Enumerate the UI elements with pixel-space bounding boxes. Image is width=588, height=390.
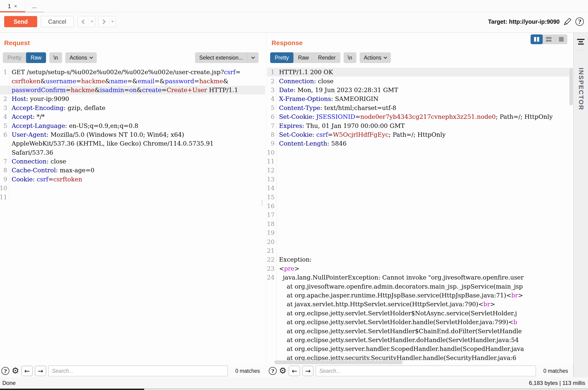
- code-line: Connection: close: [9, 158, 265, 165]
- line-number: 18: [267, 220, 277, 228]
- response-search-input[interactable]: [316, 366, 536, 376]
- line-number: 10: [267, 148, 277, 157]
- send-button[interactable]: Send: [4, 16, 37, 27]
- editor-row: 17: [267, 210, 569, 219]
- editor-row: 19: [267, 228, 569, 237]
- request-panel: Request Pretty Raw \n Actions Select ext…: [0, 33, 265, 365]
- editor-row: 11: [0, 193, 265, 201]
- back-button[interactable]: [78, 16, 95, 27]
- line-number: [0, 77, 9, 85]
- editor-row: csrftoken&username=hackme&name=&email=&p…: [0, 77, 265, 85]
- line-number: 21: [267, 246, 277, 255]
- line-number: 14: [267, 184, 277, 193]
- editor-row: AppleWebKit/537.36 (KHTML, like Gecko) C…: [0, 139, 265, 148]
- editor-row: 12: [267, 166, 569, 175]
- response-vertical-scrollbar-thumb[interactable]: [569, 68, 573, 105]
- request-tab-newline[interactable]: \n: [49, 52, 62, 63]
- response-title: Response: [271, 39, 303, 47]
- layout-columns-button[interactable]: [531, 34, 543, 44]
- tabbar-divider: [0, 12, 588, 12]
- layout-single-button[interactable]: [555, 34, 567, 44]
- response-search-bar: ? ⚙ ← → 0 matches: [267, 365, 573, 377]
- tab-1[interactable]: 1 ×: [0, 1, 25, 12]
- chevron-down-icon: [251, 55, 255, 59]
- response-tab-newline[interactable]: \n: [344, 52, 357, 63]
- editor-row: 13: [267, 175, 569, 184]
- request-editor[interactable]: 1GET /setup/setup-s/%u002e%u002e/%u002e%…: [0, 68, 265, 365]
- request-actions-button[interactable]: Actions: [65, 52, 96, 63]
- line-number: [267, 327, 277, 335]
- editor-row: 3Accept-Encoding: gzip, deflate: [0, 103, 265, 112]
- editor-row: at org.eclipse.jetty.servlet.ServletHold…: [267, 318, 569, 327]
- response-editor[interactable]: 1HTTP/1.1 200 OK2Connection: close3Date:…: [267, 68, 569, 365]
- response-horizontal-scrollbar[interactable]: [267, 360, 569, 364]
- editor-row: 9Content-Length: 5846: [267, 139, 569, 148]
- chevron-down-icon: [384, 55, 387, 59]
- response-pretty-raw-render-group: Pretty Raw Render: [270, 52, 340, 63]
- gear-icon[interactable]: ⚙: [279, 367, 286, 375]
- editor-row: 8Cache-Control: max-age=0: [0, 166, 265, 175]
- request-match-count: 0 matches: [230, 368, 265, 374]
- response-actions-button[interactable]: Actions: [360, 52, 391, 63]
- back-dropdown-button[interactable]: [89, 21, 95, 23]
- request-tab-pretty[interactable]: Pretty: [3, 52, 26, 63]
- help-icon[interactable]: ?: [1, 367, 9, 375]
- cancel-button[interactable]: Cancel: [41, 16, 74, 27]
- response-tab-pretty[interactable]: Pretty: [270, 52, 293, 63]
- forward-dropdown-button[interactable]: [109, 21, 116, 23]
- line-number: 7: [0, 157, 9, 166]
- edit-target-button[interactable]: [563, 17, 572, 26]
- search-prev-button[interactable]: ←: [21, 366, 33, 376]
- layout-rows-button[interactable]: [543, 34, 555, 44]
- code-line: at javax.servlet.http.HttpServlet.servic…: [277, 301, 569, 308]
- tab-more[interactable]: ...: [25, 1, 44, 12]
- code-line: Date: Mon, 19 Jun 2023 02:28:31 GMT: [277, 87, 569, 94]
- request-tab-raw[interactable]: Raw: [26, 52, 46, 63]
- help-icon[interactable]: ?: [576, 17, 584, 26]
- response-tab-raw[interactable]: Raw: [293, 52, 314, 63]
- line-number: 8: [0, 166, 9, 175]
- panel-splitter[interactable]: ⋮: [261, 197, 263, 208]
- tab-close-icon[interactable]: ×: [14, 4, 17, 9]
- code-line: User-Agent: Mozilla/5.0 (Windows NT 10.0…: [9, 131, 265, 138]
- editor-row: at org.apache.jasper.runtime.HttpJspBase…: [267, 291, 569, 300]
- line-number: 6: [0, 130, 9, 139]
- request-search-input[interactable]: [48, 366, 228, 376]
- inspector-collapse-icon[interactable]: [577, 39, 585, 45]
- gear-icon[interactable]: ⚙: [12, 367, 19, 375]
- request-title: Request: [4, 39, 30, 47]
- search-next-button[interactable]: →: [35, 366, 46, 376]
- response-metrics: 6,183 bytes | 113 millis: [529, 380, 585, 386]
- request-actions-label: Actions: [70, 55, 87, 61]
- code-line: Exception:: [277, 256, 569, 263]
- editor-row: 4Accept: */*: [0, 112, 265, 121]
- select-extension-dropdown[interactable]: Select extension...: [195, 52, 259, 63]
- response-vertical-scrollbar[interactable]: [569, 68, 573, 360]
- tab-bar: 1 × ...: [0, 0, 588, 12]
- window-bottom-edge: [0, 389, 144, 390]
- code-line: Cookie: csrf=csrftoken: [9, 176, 265, 183]
- line-number: [267, 300, 277, 309]
- help-icon[interactable]: ?: [269, 367, 277, 375]
- inspector-label[interactable]: INSPECTOR: [577, 68, 585, 110]
- code-line: Set-Cookie: csrf=W5OcjrlHdfFgEyc; Path=/…: [277, 131, 569, 138]
- line-number: [267, 282, 277, 291]
- editor-row: at javax.servlet.http.HttpServlet.servic…: [267, 300, 569, 309]
- search-next-button[interactable]: →: [302, 366, 314, 376]
- line-number: [267, 309, 277, 318]
- code-line: X-Frame-Options: SAMEORIGIN: [277, 95, 569, 102]
- caret-down-icon: [111, 21, 114, 23]
- response-horizontal-scrollbar-thumb[interactable]: [274, 360, 403, 364]
- chevron-down-icon: [89, 55, 93, 59]
- editor-row: 5Content-Type: text/html;charset=utf-8: [267, 103, 569, 112]
- code-line: Content-Length: 5846: [277, 140, 569, 147]
- code-line: Set-Cookie: JSESSIONID=node0er7yb4343cg2…: [277, 113, 569, 120]
- editor-row: 24 java.lang.NullPointerException: Canno…: [267, 273, 569, 282]
- code-line: Accept-Language: en-US;q=0.9,en;q=0.8: [9, 122, 265, 129]
- editor-row: 18: [267, 220, 569, 228]
- forward-button[interactable]: [98, 16, 116, 27]
- line-number: 6: [267, 112, 277, 121]
- response-tab-render[interactable]: Render: [314, 52, 340, 63]
- search-prev-button[interactable]: ←: [289, 366, 300, 376]
- line-number: [0, 139, 9, 148]
